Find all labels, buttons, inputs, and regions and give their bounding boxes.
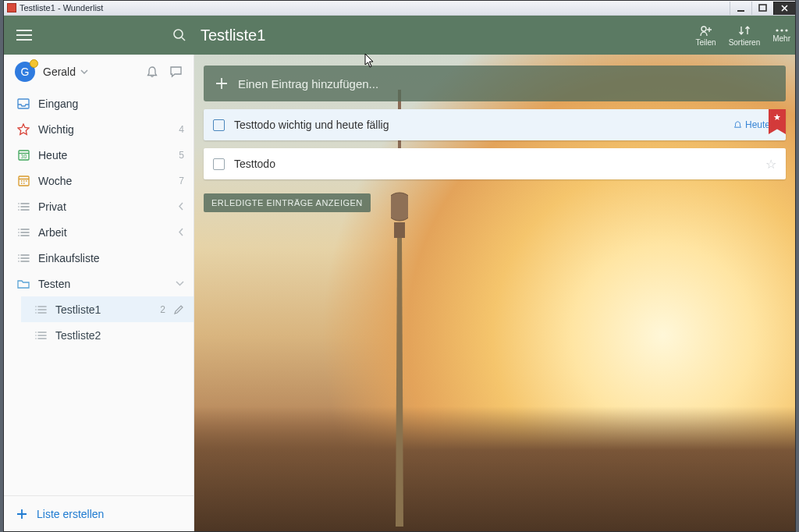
add-todo-input[interactable]: Einen Eintrag hinzufügen... <box>204 66 786 101</box>
conversations-icon[interactable] <box>169 66 183 79</box>
important-count: 4 <box>179 124 184 135</box>
sidebar-item-inbox[interactable]: Eingang <box>4 90 194 116</box>
task-checkbox[interactable] <box>213 119 225 131</box>
privat-label: Privat <box>38 200 66 213</box>
sidebar-list-testliste1[interactable]: Testliste1 2 <box>21 296 194 322</box>
user-name: Gerald <box>43 66 76 78</box>
star-outline-icon[interactable]: ☆ <box>765 157 776 172</box>
week-icon <box>15 175 32 186</box>
sort-label: Sortieren <box>729 38 761 47</box>
chevron-down-icon <box>176 281 184 286</box>
sidebar-item-einkauf[interactable]: Einkaufsliste <box>4 245 194 271</box>
maximize-button[interactable] <box>751 2 773 15</box>
list-label: Testliste1 <box>55 303 101 316</box>
inbox-icon <box>15 98 32 109</box>
share-label: Teilen <box>695 38 716 47</box>
notifications-icon[interactable] <box>146 66 158 79</box>
einkauf-label: Einkaufsliste <box>38 252 100 264</box>
list-icon <box>15 228 32 237</box>
app-icon <box>7 3 16 12</box>
smart-lists: Eingang Wichtig 4 30 Heute 5 Woche 7 <box>4 89 194 348</box>
today-icon: 30 <box>15 149 32 161</box>
important-label: Wichtig <box>38 123 74 136</box>
svg-point-6 <box>785 29 787 31</box>
list-label: Testliste2 <box>55 329 101 342</box>
window-title: Testliste1 - Wunderlist <box>20 3 103 12</box>
today-count: 5 <box>179 150 184 161</box>
chevron-left-icon <box>179 202 184 211</box>
sidebar-item-privat[interactable]: Privat <box>4 193 194 219</box>
menu-button[interactable] <box>4 16 44 55</box>
svg-point-3 <box>701 27 706 31</box>
plus-icon <box>216 78 227 89</box>
task-title: Testtodo <box>234 158 275 170</box>
plus-icon <box>16 509 27 520</box>
close-button[interactable] <box>773 2 795 15</box>
more-button[interactable]: Mehr <box>772 28 790 43</box>
sidebar-item-week[interactable]: Woche 7 <box>4 168 194 193</box>
list-icon <box>15 202 32 211</box>
search-button[interactable] <box>164 16 195 55</box>
week-label: Woche <box>38 175 72 187</box>
task-title: Testtodo wichtig und heute fällig <box>234 119 389 131</box>
create-list-button[interactable]: Liste erstellen <box>4 495 194 531</box>
edit-icon[interactable] <box>173 304 184 315</box>
sidebar-item-today[interactable]: 30 Heute 5 <box>4 142 194 168</box>
star-flag-icon[interactable] <box>769 109 786 134</box>
svg-point-2 <box>174 30 183 38</box>
more-label: Mehr <box>772 34 790 43</box>
sort-button[interactable]: Sortieren <box>729 24 761 47</box>
inbox-label: Eingang <box>38 98 78 110</box>
task-row[interactable]: Testtodo wichtig und heute fällig Heute <box>204 109 786 140</box>
app-header: Testliste1 Teilen Sortieren Mehr <box>4 16 795 55</box>
chevron-left-icon <box>179 228 184 236</box>
svg-rect-7 <box>18 99 29 108</box>
today-label: Heute <box>38 149 67 161</box>
week-count: 7 <box>179 176 184 186</box>
list-icon <box>15 254 32 263</box>
sidebar-item-arbeit[interactable]: Arbeit <box>4 219 194 245</box>
sidebar-folder-testen[interactable]: Testen <box>4 271 194 296</box>
notification-dot <box>30 59 38 68</box>
list-title: Testliste1 <box>201 16 265 55</box>
task-due-badge: Heute <box>733 119 770 130</box>
titlebar[interactable]: Testliste1 - Wunderlist <box>4 1 795 16</box>
list-icon <box>32 331 49 340</box>
show-completed-button[interactable]: ERLEDIGTE EINTRÄGE ANZEIGEN <box>204 193 371 212</box>
main-panel: Einen Eintrag hinzufügen... Testtodo wic… <box>194 16 795 531</box>
svg-rect-14 <box>394 222 405 238</box>
task-checkbox[interactable] <box>213 158 225 170</box>
svg-text:30: 30 <box>20 154 27 159</box>
svg-point-5 <box>780 29 783 31</box>
avatar: G <box>15 62 35 82</box>
svg-rect-1 <box>759 5 766 11</box>
share-button[interactable]: Teilen <box>695 24 716 47</box>
svg-point-4 <box>776 29 778 31</box>
sidebar: G Gerald Eingang Wichtig 4 <box>4 16 194 531</box>
bell-icon <box>733 121 742 129</box>
folder-label: Testen <box>38 278 70 290</box>
star-icon <box>15 123 32 136</box>
list-icon <box>32 305 49 314</box>
user-menu[interactable]: G Gerald <box>4 55 194 89</box>
add-todo-placeholder: Einen Eintrag hinzufügen... <box>238 77 378 90</box>
sidebar-list-testliste2[interactable]: Testliste2 <box>21 322 194 348</box>
app-window: Testliste1 - Wunderlist Testliste1 <box>3 0 796 532</box>
create-list-label: Liste erstellen <box>37 508 104 520</box>
chevron-down-icon <box>80 69 88 74</box>
task-row[interactable]: Testtodo ☆ <box>204 148 786 179</box>
svg-rect-0 <box>737 10 744 12</box>
minimize-button[interactable] <box>730 2 751 15</box>
arbeit-label: Arbeit <box>38 226 67 239</box>
folder-icon <box>15 278 32 289</box>
sidebar-item-important[interactable]: Wichtig 4 <box>4 116 194 142</box>
list-count: 2 <box>160 304 165 315</box>
